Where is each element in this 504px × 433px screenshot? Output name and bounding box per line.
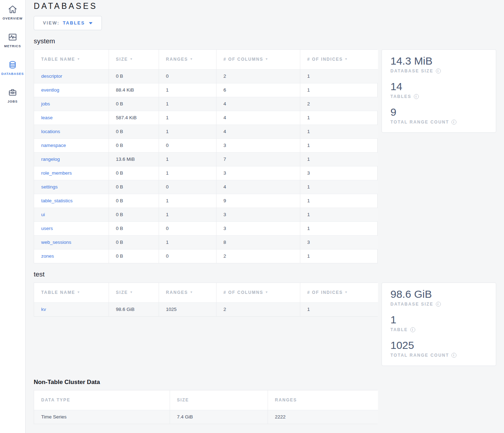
column-header-size[interactable]: SIZE▾ <box>109 283 159 302</box>
databases-page: DATABASES VIEW: TABLES system TABLE NAME… <box>34 0 496 429</box>
info-icon[interactable]: i <box>451 353 456 358</box>
table-cell: users <box>34 221 109 235</box>
table-cell: 0 B <box>109 235 159 249</box>
table-cell: ui <box>34 208 109 221</box>
table-cell: 0 B <box>109 208 159 221</box>
column-header-num-of-indices[interactable]: # OF INDICES▾ <box>300 283 378 302</box>
page-title: DATABASES <box>34 1 496 12</box>
sort-caret-icon: ▾ <box>191 290 193 294</box>
table-link-descriptor[interactable]: descriptor <box>41 73 62 79</box>
sort-caret-icon: ▾ <box>78 290 80 294</box>
column-header-ranges[interactable]: RANGES▾ <box>159 50 216 69</box>
table-row: zones0 B021 <box>34 249 378 263</box>
table-row: role_members0 B133 <box>34 166 378 180</box>
table-link-eventlog[interactable]: eventlog <box>41 87 59 93</box>
table-cell: 0 B <box>109 69 159 83</box>
sidebar-item-databases[interactable]: DATABASES <box>0 60 25 76</box>
stat-value: 98.6 GiB <box>390 288 487 300</box>
info-icon[interactable]: i <box>436 302 441 307</box>
stat-value: 1 <box>390 314 487 326</box>
info-icon[interactable]: i <box>436 68 441 73</box>
table-cell: 6 <box>216 83 300 97</box>
table-link-kv[interactable]: kv <box>41 307 46 312</box>
table-cell: 1 <box>300 302 378 316</box>
database-summary-card: 14.3 MiB DATABASE SIZE i 14 TABLES i 9 <box>382 49 496 133</box>
stat-label-text: TOTAL RANGE COUNT <box>390 353 449 358</box>
summary-stat: 1 TABLE i <box>390 314 487 332</box>
column-header-data-type: DATA TYPE <box>34 390 170 410</box>
tables-table: TABLE NAME▾SIZE▾RANGES▾# OF COLUMNS▾# OF… <box>34 283 378 317</box>
table-cell: 3 <box>216 221 300 235</box>
column-header-table-name[interactable]: TABLE NAME▾ <box>34 50 109 69</box>
summary-stat: 1025 TOTAL RANGE COUNT i <box>390 339 487 358</box>
table-cell: 0 <box>159 249 216 263</box>
column-header-size[interactable]: SIZE▾ <box>109 50 159 69</box>
table-row: kv98.6 GiB102521 <box>34 302 378 316</box>
sort-caret-icon: ▾ <box>191 57 193 61</box>
database-section-system: system TABLE NAME▾SIZE▾RANGES▾# OF COLUM… <box>34 37 496 263</box>
table-cell: 3 <box>216 208 300 221</box>
stat-label: TOTAL RANGE COUNT i <box>390 120 487 125</box>
table-cell: 3 <box>300 235 378 249</box>
sidebar-item-overview[interactable]: OVERVIEW <box>0 4 25 20</box>
table-row: descriptor0 B021 <box>34 69 378 83</box>
table-link-locations[interactable]: locations <box>41 129 60 134</box>
table-row: settings0 B041 <box>34 180 378 194</box>
stat-value: 1025 <box>390 339 487 351</box>
table-cell: 7.4 GiB <box>170 410 268 424</box>
column-header-table-name[interactable]: TABLE NAME▾ <box>34 283 109 302</box>
table-row: users0 B031 <box>34 221 378 235</box>
table-cell: 0 B <box>109 138 159 152</box>
non-table-heading: Non-Table Cluster Data <box>34 379 496 386</box>
table-link-zones[interactable]: zones <box>41 253 54 259</box>
table-cell: 2 <box>216 249 300 263</box>
table-link-lease[interactable]: lease <box>41 115 53 120</box>
table-cell: 2 <box>300 97 378 111</box>
sidebar-item-jobs[interactable]: JOBS <box>0 87 25 103</box>
chevron-down-icon <box>89 22 93 24</box>
table-cell: 1 <box>159 83 216 97</box>
summary-stat: 14.3 MiB DATABASE SIZE i <box>390 55 487 73</box>
table-link-table_statistics[interactable]: table_statistics <box>41 198 73 203</box>
info-icon[interactable]: i <box>451 120 456 125</box>
column-header-num-of-columns[interactable]: # OF COLUMNS▾ <box>216 50 300 69</box>
stat-label-text: DATABASE SIZE <box>390 68 433 73</box>
table-cell: 1 <box>159 194 216 208</box>
table-cell: 2222 <box>268 410 378 424</box>
table-cell: 1 <box>300 208 378 221</box>
table-link-users[interactable]: users <box>41 226 53 231</box>
table-cell: 1 <box>159 125 216 138</box>
table-link-role_members[interactable]: role_members <box>41 170 72 176</box>
table-cell: 8 <box>216 235 300 249</box>
table-link-rangelog[interactable]: rangelog <box>41 157 60 162</box>
table-row: locations0 B141 <box>34 125 378 138</box>
info-icon[interactable]: i <box>414 94 419 99</box>
table-row: namespace0 B031 <box>34 138 378 152</box>
column-header-num-of-indices[interactable]: # OF INDICES▾ <box>300 50 378 69</box>
table-link-ui[interactable]: ui <box>41 212 45 217</box>
table-cell: 0 <box>159 69 216 83</box>
table-link-web_sessions[interactable]: web_sessions <box>41 240 71 245</box>
database-name-heading: system <box>34 37 496 45</box>
table-row: lease587.4 KiB141 <box>34 111 378 125</box>
sidebar-item-label: DATABASES <box>1 72 24 76</box>
table-cell: 0 B <box>109 180 159 194</box>
sidebar-item-metrics[interactable]: METRICS <box>0 32 25 48</box>
table-row: eventlog88.4 KiB161 <box>34 83 378 97</box>
table-cell: namespace <box>34 138 109 152</box>
table-cell: table_statistics <box>34 194 109 208</box>
info-icon[interactable]: i <box>410 327 415 332</box>
sort-caret-icon: ▾ <box>266 290 268 294</box>
table-row: Time Series7.4 GiB2222 <box>34 410 378 424</box>
column-header-ranges[interactable]: RANGES▾ <box>159 283 216 302</box>
table-cell: 4 <box>216 111 300 125</box>
summary-stat: 98.6 GiB DATABASE SIZE i <box>390 288 487 307</box>
table-link-settings[interactable]: settings <box>41 184 58 190</box>
sidebar-item-label: METRICS <box>4 44 21 48</box>
view-selector-dropdown[interactable]: VIEW: TABLES <box>34 16 102 30</box>
table-link-jobs[interactable]: jobs <box>41 101 50 106</box>
table-link-namespace[interactable]: namespace <box>41 143 66 148</box>
table-row: ui0 B131 <box>34 208 378 221</box>
table-cell: 4 <box>216 97 300 111</box>
column-header-num-of-columns[interactable]: # OF COLUMNS▾ <box>216 283 300 302</box>
